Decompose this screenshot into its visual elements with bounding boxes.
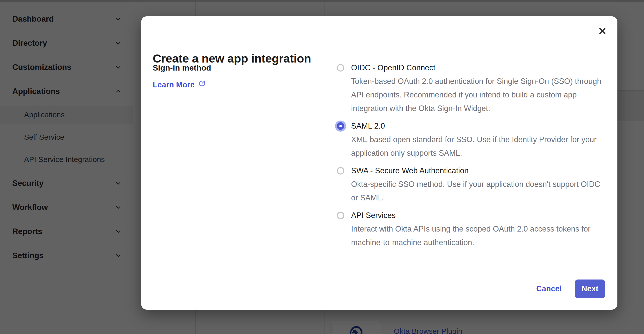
sign-in-method-options: OIDC - OpenID Connect Token-based OAuth …: [337, 61, 610, 253]
sign-in-method-section: Sign-in method Learn More: [153, 61, 211, 92]
close-icon[interactable]: ×: [595, 24, 609, 38]
external-link-icon: [198, 78, 206, 92]
radio-oidc[interactable]: [337, 64, 344, 72]
radio-saml-selected[interactable]: [337, 122, 344, 130]
sign-in-method-label: Sign-in method: [153, 61, 211, 75]
option-label-oidc[interactable]: OIDC - OpenID Connect: [351, 61, 607, 75]
option-description-api-services: Interact with Okta APIs using the scoped…: [351, 222, 607, 249]
dialog-footer: Cancel Next: [536, 280, 605, 298]
next-button[interactable]: Next: [575, 280, 605, 298]
create-app-integration-dialog: × Create a new app integration Sign-in m…: [141, 16, 617, 310]
option-saml[interactable]: SAML 2.0 XML-based open standard for SSO…: [337, 119, 610, 160]
option-swa[interactable]: SWA - Secure Web Authentication Okta-spe…: [337, 164, 610, 205]
option-description-saml: XML-based open standard for SSO. Use if …: [351, 133, 607, 160]
radio-api-services[interactable]: [337, 212, 344, 219]
option-api-services[interactable]: API Services Interact with Okta APIs usi…: [337, 209, 610, 249]
screen: Dashboard Directory Customizations Appli…: [0, 0, 644, 334]
option-label-api-services[interactable]: API Services: [351, 209, 607, 222]
option-label-swa[interactable]: SWA - Secure Web Authentication: [351, 164, 607, 178]
option-description-oidc: Token-based OAuth 2.0 authentication for…: [351, 75, 607, 115]
learn-more-label: Learn More: [153, 78, 195, 92]
option-description-swa: Okta-specific SSO method. Use if your ap…: [351, 178, 607, 205]
option-label-saml[interactable]: SAML 2.0: [351, 119, 607, 133]
radio-swa[interactable]: [337, 167, 344, 175]
option-oidc[interactable]: OIDC - OpenID Connect Token-based OAuth …: [337, 61, 610, 115]
learn-more-link[interactable]: Learn More: [153, 78, 211, 92]
cancel-button[interactable]: Cancel: [536, 284, 562, 293]
